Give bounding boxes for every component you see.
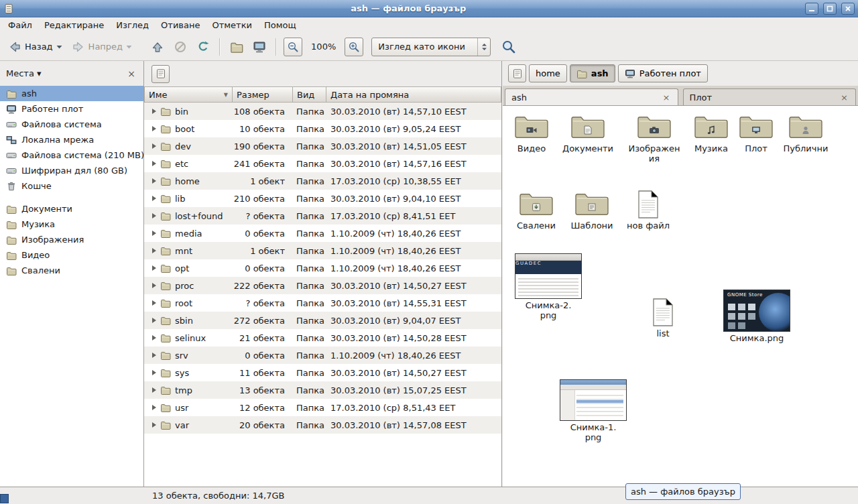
expander-icon[interactable]: [152, 248, 156, 253]
table-row-opt[interactable]: opt0 обектаПапка1.10.2009 (чт) 18,40,26 …: [144, 259, 501, 277]
expander-icon[interactable]: [152, 109, 156, 114]
zoom-in-button[interactable]: [345, 38, 363, 56]
maximize-button[interactable]: [823, 3, 837, 15]
tab-plot[interactable]: Плот×: [683, 88, 857, 105]
column-header-date[interactable]: Дата на промяна: [326, 86, 501, 103]
icon-item-snimka-1-png[interactable]: Снимка-1.png: [558, 379, 628, 442]
tab-close-icon[interactable]: ×: [662, 92, 672, 103]
icon-view[interactable]: ВидеоДокументиИзображенияМузикаПлотПубли…: [503, 106, 858, 487]
icon-item-new-file[interactable]: нов файл: [618, 190, 678, 231]
table-row-lib[interactable]: lib210 обектаПапка30.03.2010 (вт) 9,04,1…: [144, 190, 501, 207]
icon-item-public-folder[interactable]: Публични: [776, 113, 836, 154]
expander-icon[interactable]: [152, 405, 156, 410]
expander-icon[interactable]: [152, 387, 156, 393]
expander-icon[interactable]: [152, 318, 156, 323]
stop-button[interactable]: [170, 38, 191, 56]
table-row-boot[interactable]: boot10 обектаПапка30.03.2010 (вт) 9,05,2…: [144, 120, 501, 137]
expander-icon[interactable]: [152, 126, 156, 131]
column-header-type[interactable]: Вид: [293, 86, 326, 103]
path-button-ash[interactable]: ash: [570, 64, 615, 82]
column-header-size[interactable]: Размер: [233, 86, 293, 103]
view-mode-select[interactable]: Изглед като икони: [371, 38, 491, 56]
icon-item-snimka-2-png[interactable]: GUADECСнимка-2.png: [513, 253, 583, 320]
back-button[interactable]: Назад: [4, 38, 66, 56]
expander-icon[interactable]: [152, 335, 156, 340]
expander-icon[interactable]: [152, 161, 156, 166]
icon-item-templates-folder[interactable]: Шаблони: [562, 190, 622, 231]
sidebar-item-ash[interactable]: ash: [0, 86, 143, 101]
table-row-srv[interactable]: srv0 обектаПапка1.10.2009 (чт) 18,40,26 …: [144, 346, 501, 364]
table-row-mnt[interactable]: mnt1 обектПапка1.10.2009 (чт) 18,40,26 E…: [144, 242, 501, 259]
expander-icon[interactable]: [152, 370, 156, 375]
table-row-tmp[interactable]: tmp13 обектаПапка30.03.2010 (вт) 15,07,2…: [144, 381, 501, 399]
icon-item-video-folder[interactable]: Видео: [503, 113, 562, 154]
close-button[interactable]: [841, 3, 855, 15]
table-row-bin[interactable]: bin108 обектаПапка30.03.2010 (вт) 14,57,…: [144, 103, 501, 120]
sidebar-item-filesystem-210mb[interactable]: Файлова система (210 MB): [0, 147, 143, 163]
expander-icon[interactable]: [152, 231, 156, 236]
tab-close-icon[interactable]: ×: [839, 92, 849, 103]
forward-button[interactable]: Напред: [68, 38, 136, 56]
expander-icon[interactable]: [152, 353, 156, 358]
icon-item-pictures-folder[interactable]: Изображения: [624, 113, 684, 164]
menu-help[interactable]: Помощ: [258, 19, 302, 32]
expander-icon[interactable]: [152, 283, 156, 288]
column-header-name[interactable]: Име▼: [144, 86, 233, 103]
table-row-var[interactable]: var20 обектаПапка30.03.2010 (вт) 14,57,0…: [144, 416, 501, 434]
expander-icon[interactable]: [152, 422, 156, 428]
menu-edit[interactable]: Редактиране: [38, 19, 110, 32]
up-button[interactable]: [147, 38, 168, 56]
menu-view[interactable]: Изглед: [110, 19, 155, 32]
menu-bookmarks[interactable]: Отметки: [206, 19, 257, 32]
sidebar-item-filesystem[interactable]: Файлова система: [0, 117, 143, 132]
expander-icon[interactable]: [152, 196, 156, 201]
computer-button[interactable]: [249, 38, 270, 56]
icon-item-list-file[interactable]: list: [633, 298, 693, 339]
table-row-home[interactable]: home1 обектПапка17.03.2010 (ср) 10,38,55…: [144, 172, 501, 190]
table-row-lost+found[interactable]: lost+found? обектаПапка17.03.2010 (ср) 8…: [144, 207, 501, 225]
titlebar[interactable]: ash — файлов браузър: [0, 0, 858, 17]
table-row-usr[interactable]: usr12 обектаПапка17.03.2010 (ср) 8,51,43…: [144, 399, 501, 416]
path-button-root[interactable]: [508, 64, 526, 82]
minimize-button[interactable]: [805, 3, 818, 15]
table-row-selinux[interactable]: selinux21 обектаПапка30.03.2010 (вт) 14,…: [144, 329, 501, 346]
expander-icon[interactable]: [152, 178, 156, 184]
zoom-out-button[interactable]: [284, 38, 302, 56]
places-selector[interactable]: Места ▾: [6, 68, 42, 78]
menu-file[interactable]: Файл: [2, 19, 38, 32]
table-row-dev[interactable]: dev190 обектаПапка30.03.2010 (вт) 14,51,…: [144, 137, 501, 155]
home-button[interactable]: [226, 38, 247, 56]
sidebar-item-documents[interactable]: Документи: [0, 201, 143, 216]
sidebar-item-trash[interactable]: Кошче: [0, 178, 143, 194]
menu-go[interactable]: Отиване: [155, 19, 206, 32]
sidebar-close-icon[interactable]: ×: [125, 68, 137, 79]
expander-icon[interactable]: [152, 265, 156, 271]
table-row-sys[interactable]: sys11 обектаПапка30.03.2010 (вт) 14,50,2…: [144, 364, 501, 381]
icon-item-downloads-folder[interactable]: Свалени: [506, 190, 566, 231]
table-row-proc[interactable]: proc222 обектаПапка30.03.2010 (вт) 14,50…: [144, 277, 501, 294]
reload-button[interactable]: [192, 38, 214, 56]
expander-icon[interactable]: [152, 213, 156, 218]
sidebar-item-local-network[interactable]: Локална мрежа: [0, 132, 143, 147]
sidebar-item-downloads[interactable]: Свалени: [0, 263, 143, 278]
path-button-desktop[interactable]: Работен плот: [618, 64, 708, 82]
expander-icon[interactable]: [152, 143, 156, 149]
sidebar-item-encrypted-80gb[interactable]: Шифриран дял (80 GB): [0, 163, 143, 178]
table-row-etc[interactable]: etc241 обектаПапка30.03.2010 (вт) 14,57,…: [144, 155, 501, 172]
expander-icon[interactable]: [152, 300, 156, 306]
tree-path-root-button[interactable]: [151, 65, 170, 83]
sidebar-item-music[interactable]: Музика: [0, 216, 143, 232]
table-row-media[interactable]: media0 обектаПапка1.10.2009 (чт) 18,40,2…: [144, 225, 501, 242]
sidebar-item-video[interactable]: Видео: [0, 247, 143, 263]
path-button-home[interactable]: home: [529, 64, 567, 82]
search-button[interactable]: [497, 37, 520, 57]
taskbar-window-button[interactable]: ash — файлов браузър: [625, 483, 741, 500]
table-row-sbin[interactable]: sbin272 обектаПапка30.03.2010 (вт) 9,04,…: [144, 312, 501, 329]
sidebar-item-pictures[interactable]: Изображения: [0, 232, 143, 247]
table-row-root[interactable]: root? обектаПапка30.03.2010 (вт) 14,55,3…: [144, 294, 501, 312]
sidebar-item-desktop[interactable]: Работен плот: [0, 101, 143, 117]
tab-ash[interactable]: ash×: [505, 88, 678, 105]
icon-item-snimka-png[interactable]: GNOME StoreСнимка.png: [722, 290, 792, 344]
back-dropdown-icon[interactable]: [56, 45, 62, 49]
icon-item-documents-folder[interactable]: Документи: [558, 113, 618, 154]
